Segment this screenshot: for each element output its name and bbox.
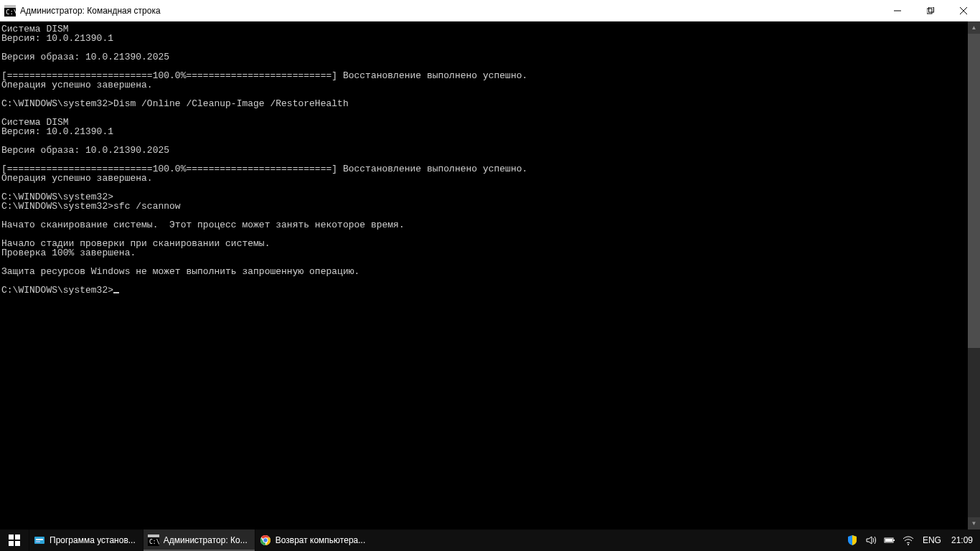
svg-rect-5 bbox=[929, 7, 934, 12]
taskbar: Программа установ... C:\ Администратор: … bbox=[0, 529, 980, 551]
scroll-track[interactable] bbox=[968, 34, 980, 517]
maximize-button[interactable] bbox=[914, 0, 947, 21]
console-prompt[interactable]: C:\WINDOWS\system32> bbox=[1, 286, 966, 295]
window-titlebar[interactable]: C:\ Администратор: Командная строка bbox=[0, 0, 980, 22]
svg-rect-8 bbox=[9, 534, 14, 540]
svg-rect-10 bbox=[9, 541, 14, 546]
wifi-icon[interactable] bbox=[903, 534, 914, 546]
svg-rect-11 bbox=[15, 541, 20, 546]
installer-icon bbox=[34, 534, 45, 546]
taskbar-item-label: Программа установ... bbox=[50, 535, 136, 545]
console-line: Защита ресурсов Windows не может выполни… bbox=[1, 267, 966, 276]
svg-text:C:\: C:\ bbox=[6, 9, 16, 16]
svg-point-20 bbox=[263, 538, 267, 542]
console-line bbox=[1, 108, 966, 118]
console-line: Операция успешно завершена. bbox=[1, 174, 966, 183]
language-indicator[interactable]: ENG bbox=[923, 535, 941, 545]
svg-point-24 bbox=[908, 544, 909, 545]
svg-rect-14 bbox=[36, 541, 40, 542]
console-line: Начато сканирование системы. Этот процес… bbox=[1, 220, 966, 230]
console-line: Версия: 10.0.21390.1 bbox=[1, 34, 966, 43]
cmd-icon: C:\ bbox=[4, 5, 16, 17]
svg-rect-1 bbox=[4, 5, 16, 8]
chrome-icon bbox=[260, 534, 271, 546]
console-line: Система DISM bbox=[1, 24, 966, 34]
console-line bbox=[1, 276, 966, 286]
window-controls bbox=[881, 0, 980, 21]
vertical-scrollbar[interactable]: ▲ ▼ bbox=[968, 22, 980, 529]
volume-icon[interactable] bbox=[865, 534, 877, 546]
clock[interactable]: 21:09 bbox=[951, 535, 973, 545]
svg-rect-16 bbox=[148, 534, 159, 537]
command-prompt-window: C:\ Администратор: Командная строка Сист… bbox=[0, 0, 980, 529]
cmd-icon: C:\ bbox=[148, 534, 159, 546]
taskbar-item-cmd[interactable]: C:\ Администратор: Ко... bbox=[143, 529, 255, 551]
taskbar-item-chrome[interactable]: Возврат компьютера... bbox=[255, 529, 373, 551]
svg-rect-9 bbox=[15, 534, 20, 540]
svg-rect-23 bbox=[885, 539, 892, 542]
console-area: Система DISMВерсия: 10.0.21390.1Версия о… bbox=[0, 22, 980, 529]
cursor bbox=[113, 292, 119, 293]
window-title: Администратор: Командная строка bbox=[20, 6, 161, 16]
console-line: Система DISM bbox=[1, 118, 966, 127]
scroll-thumb[interactable] bbox=[968, 34, 980, 348]
console-line bbox=[1, 183, 966, 192]
console-line: Версия образа: 10.0.21390.2025 bbox=[1, 146, 966, 155]
console-line: Версия: 10.0.21390.1 bbox=[1, 127, 966, 136]
taskbar-item-label: Администратор: Ко... bbox=[164, 535, 248, 545]
security-icon[interactable] bbox=[847, 534, 858, 546]
svg-rect-22 bbox=[893, 540, 895, 541]
taskbar-item-installer[interactable]: Программа установ... bbox=[29, 529, 143, 551]
svg-text:C:\: C:\ bbox=[149, 539, 159, 545]
taskbar-item-label: Возврат компьютера... bbox=[275, 535, 366, 545]
console-line: Операция успешно завершена. bbox=[1, 80, 966, 90]
svg-rect-4 bbox=[927, 9, 932, 14]
console-line: C:\WINDOWS\system32>sfc /scannow bbox=[1, 202, 966, 211]
scroll-up-button[interactable]: ▲ bbox=[968, 22, 980, 34]
minimize-button[interactable] bbox=[881, 0, 914, 21]
svg-rect-13 bbox=[36, 539, 43, 540]
console-line: Версия образа: 10.0.21390.2025 bbox=[1, 52, 966, 62]
start-button[interactable] bbox=[0, 529, 29, 551]
console-line: C:\WINDOWS\system32>Dism /Online /Cleanu… bbox=[1, 99, 966, 108]
close-button[interactable] bbox=[947, 0, 980, 21]
console-line: Проверка 100% завершена. bbox=[1, 248, 966, 258]
console-line: Начало стадии проверки при сканировании … bbox=[1, 239, 966, 248]
scroll-down-button[interactable]: ▼ bbox=[968, 517, 980, 529]
system-tray: ENG 21:09 bbox=[842, 529, 980, 551]
battery-icon[interactable] bbox=[884, 534, 895, 546]
console-output[interactable]: Система DISMВерсия: 10.0.21390.1Версия о… bbox=[0, 22, 968, 529]
